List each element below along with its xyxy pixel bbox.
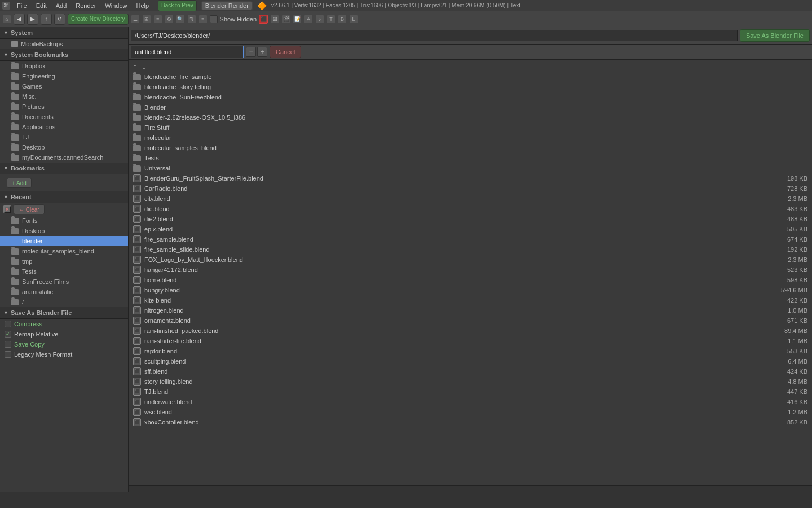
filter-blend-icon[interactable]: ⬛: [259, 15, 268, 24]
search-icon[interactable]: 🔍: [176, 15, 185, 24]
file-row[interactable]: ⬛rain-finished_packed.blend89.4 MB: [129, 326, 812, 336]
file-row[interactable]: ⬛CarRadio.blend728 KB: [129, 183, 812, 194]
file-row[interactable]: ⬛sff.blend424 KB: [129, 366, 812, 376]
compress-checkbox[interactable]: [5, 321, 11, 327]
sidebar-bookmark-mydocuments.cannedsearch[interactable]: myDocuments.cannedSearch: [0, 152, 128, 163]
file-row[interactable]: molecular: [129, 133, 812, 143]
sidebar-recent-molecular-samples-blend[interactable]: molecular_samples_blend: [0, 246, 128, 256]
sidebar-bookmark-applications[interactable]: Applications: [0, 122, 128, 132]
sidebar-recent-aramisitalic[interactable]: aramisitalic: [0, 287, 128, 297]
filter-lib-icon[interactable]: L: [349, 15, 358, 24]
sidebar-bookmark-pictures[interactable]: Pictures: [0, 102, 128, 112]
filter-sound-icon[interactable]: ♪: [315, 15, 324, 24]
zoom-out-button[interactable]: −: [246, 47, 256, 57]
file-row[interactable]: blendcache_story telling: [129, 82, 812, 92]
file-row[interactable]: ⬛TJ.blend447 KB: [129, 387, 812, 397]
clear-recent-button[interactable]: ← Clear: [14, 204, 45, 214]
file-row[interactable]: ⬛FOX_Logo_by_Matt_Hoecker.blend2.3 MB: [129, 255, 812, 265]
recent-section-header[interactable]: ▼ Recent: [0, 191, 128, 203]
file-row[interactable]: ⬛story telling.blend4.8 MB: [129, 376, 812, 387]
file-row[interactable]: ⬛epix.blend505 KB: [129, 224, 812, 234]
sidebar-recent-tests[interactable]: Tests: [0, 266, 128, 277]
back-to-prev-button[interactable]: Back to Prev: [158, 0, 197, 11]
file-row[interactable]: blender-2.62release-OSX_10.5_i386: [129, 112, 812, 122]
bookmarks-section-header[interactable]: ▼ System Bookmarks: [0, 49, 128, 61]
file-row[interactable]: blendcache_fire_sample: [129, 72, 812, 82]
sidebar-bookmark-misc.[interactable]: Misc.: [0, 91, 128, 102]
filter-font-icon[interactable]: A: [304, 15, 313, 24]
sidebar-recent-sunfreeze-films[interactable]: SunFreeze Films: [0, 277, 128, 287]
parent-dir-row[interactable]: ↑ ..: [129, 61, 812, 72]
show-hidden-checkbox[interactable]: [210, 15, 218, 23]
horizontal-scrollbar[interactable]: [129, 485, 812, 492]
file-row[interactable]: ⬛fire_sample.blend674 KB: [129, 234, 812, 244]
file-row[interactable]: ⬛city.blend2.3 MB: [129, 194, 812, 204]
user-bookmarks-header[interactable]: ▼ Bookmarks: [0, 163, 128, 174]
menu-edit[interactable]: Edit: [34, 2, 49, 9]
nav-refresh-button[interactable]: ↺: [54, 14, 65, 25]
menu-render[interactable]: Render: [73, 2, 98, 9]
create-new-dir-button[interactable]: Create New Directory: [68, 14, 129, 25]
nav-up-button[interactable]: ↑: [41, 14, 52, 25]
menu-help[interactable]: Help: [134, 2, 151, 9]
file-row[interactable]: Blender: [129, 102, 812, 112]
file-row[interactable]: ⬛BlenderGuru_FruitSplash_StarterFile.ble…: [129, 173, 812, 183]
file-row[interactable]: ⬛scultping.blend6.4 MB: [129, 356, 812, 366]
view-grid-icon[interactable]: ⊞: [142, 15, 151, 24]
file-row[interactable]: ⬛fire_sample_slide.blend192 KB: [129, 244, 812, 255]
filter-image-icon[interactable]: 🖼: [270, 15, 279, 24]
zoom-in-button[interactable]: +: [257, 47, 267, 57]
file-row[interactable]: ⬛xboxContoller.blend852 KB: [129, 417, 812, 427]
filter-btx-icon[interactable]: B: [338, 15, 347, 24]
sidebar-bookmark-tj[interactable]: TJ: [0, 132, 128, 142]
file-row[interactable]: Fire Stuff: [129, 122, 812, 133]
menu-file[interactable]: File: [15, 2, 29, 9]
file-row[interactable]: ⬛wsc.blend1.2 MB: [129, 407, 812, 417]
add-bookmark-button[interactable]: + Add: [7, 178, 32, 188]
sidebar-recent-desktop[interactable]: Desktop: [0, 226, 128, 236]
file-row[interactable]: ⬛nitrogen.blend1.0 MB: [129, 305, 812, 316]
filter-text-icon[interactable]: T: [326, 15, 336, 24]
save-as-section-header[interactable]: ▼ Save As Blender File: [0, 307, 128, 319]
system-section-header[interactable]: ▼ System: [0, 27, 128, 39]
save-copy-checkbox[interactable]: [5, 341, 11, 348]
view-details-icon[interactable]: ≡: [153, 15, 162, 24]
view-list-icon[interactable]: ☰: [131, 15, 140, 24]
file-row[interactable]: ⬛hungry.blend594.6 MB: [129, 285, 812, 295]
file-row[interactable]: ⬛die2.blend488 KB: [129, 214, 812, 224]
sidebar-recent-tmp[interactable]: tmp: [0, 256, 128, 266]
filter-script-icon[interactable]: 📝: [293, 15, 302, 24]
sidebar-bookmark-documents[interactable]: Documents: [0, 112, 128, 122]
legacy-mesh-checkbox[interactable]: [5, 351, 11, 358]
sidebar-bookmark-desktop[interactable]: Desktop: [0, 142, 128, 152]
sidebar-bookmark-games[interactable]: Games: [0, 81, 128, 91]
nav-back-button[interactable]: ◀: [14, 14, 25, 25]
sidebar-recent--[interactable]: /: [0, 297, 128, 307]
cancel-button[interactable]: Cancel: [270, 46, 301, 58]
render-engine-selector[interactable]: Blender Render: [201, 1, 253, 10]
apple-menu[interactable]: ⌘: [2, 2, 10, 10]
home-icon[interactable]: ⌂: [2, 15, 11, 24]
file-row[interactable]: Tests: [129, 153, 812, 163]
file-row[interactable]: Universal: [129, 163, 812, 173]
sidebar-recent-fonts[interactable]: Fonts: [0, 216, 128, 226]
menu-window[interactable]: Window: [103, 2, 129, 9]
menu-add[interactable]: Add: [54, 2, 69, 9]
file-row[interactable]: molecular_samples_blend: [129, 143, 812, 153]
save-as-confirm-button[interactable]: Save As Blender File: [740, 29, 810, 42]
options-icon[interactable]: ≡: [198, 15, 208, 24]
file-row[interactable]: ⬛die.blend483 KB: [129, 204, 812, 214]
file-row[interactable]: ⬛home.blend598 KB: [129, 275, 812, 285]
clear-recent-x-button[interactable]: ✕: [3, 205, 11, 213]
file-row[interactable]: ⬛kite.blend422 KB: [129, 295, 812, 305]
sidebar-bookmark-engineering[interactable]: Engineering: [0, 71, 128, 81]
sidebar-bookmark-dropbox[interactable]: Dropbox: [0, 61, 128, 71]
filter-movie-icon[interactable]: 🎬: [281, 15, 290, 24]
file-row[interactable]: blendcache_SunFreezblend: [129, 92, 812, 102]
filename-input[interactable]: [131, 46, 244, 58]
file-row[interactable]: ⬛ornamentz.blend671 KB: [129, 316, 812, 326]
nav-forward-button[interactable]: ▶: [27, 14, 38, 25]
sidebar-recent-blender[interactable]: blender: [0, 236, 128, 246]
file-row[interactable]: ⬛underwater.blend416 KB: [129, 397, 812, 407]
sort-icon[interactable]: ⇅: [187, 15, 196, 24]
